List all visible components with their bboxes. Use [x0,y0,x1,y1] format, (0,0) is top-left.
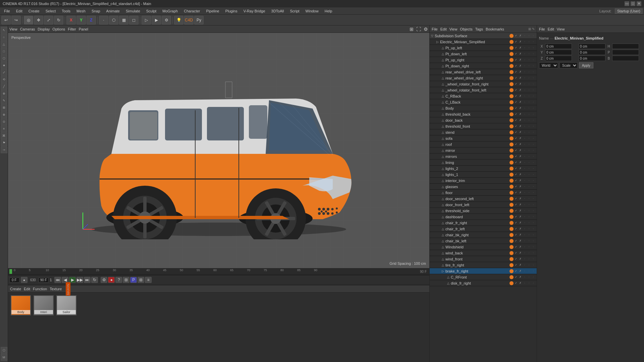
obj-dashboard[interactable]: △dashboard✓✗··· [430,214,537,220]
frame-current[interactable]: 0 F [9,278,19,283]
timeline-tool-6[interactable]: ⊞ [138,277,144,283]
p-input[interactable] [612,50,639,55]
left-tool-2[interactable]: ○ [1,34,7,41]
obj-menu-file[interactable]: File [432,27,438,31]
obj-lights-1[interactable]: △lights_1✓✗··· [430,172,537,178]
obj-disk-fr-right[interactable]: △disk_fr_right✓✗··· [430,280,537,286]
obj-chair-bk-right[interactable]: △chair_bk_right✓✗··· [430,232,537,238]
viewport-settings[interactable]: ⚙ [424,26,428,32]
menu-file[interactable]: File [1,8,13,14]
loop-button[interactable]: ↻ [91,277,98,283]
obj-chair-bk-left[interactable]: △chair_bk_left✓✗··· [430,238,537,244]
obj-brake-fr-right[interactable]: ▷brake_fr_right✓✗··· [430,268,537,274]
left-tool-18[interactable]: ⊸ [1,146,7,153]
left-tool-14[interactable]: ⊙ [1,118,7,125]
menu-vray[interactable]: V-Ray Bridge [241,8,268,14]
menu-help[interactable]: Help [322,8,335,14]
obj-glasses[interactable]: △glasses✓✗··· [430,184,537,190]
obj-threshold-back[interactable]: △threshold_back✓✗··· [430,111,537,117]
left-tool-16[interactable]: ⌘ [1,132,7,139]
redo-button[interactable]: ↪ [11,16,21,24]
menu-edit[interactable]: Edit [13,8,25,14]
object-mode[interactable]: ◻ [129,16,139,24]
menu-tools[interactable]: Tools [59,8,73,14]
y-pos-input-2[interactable] [545,50,572,55]
undo-button[interactable]: ↩ [1,16,11,24]
obj-stend[interactable]: △stend✓✗··· [430,129,537,135]
obj-tire-fr-right[interactable]: △tire_fr_right✓✗··· [430,262,537,268]
y-pos-input[interactable] [579,44,605,49]
obj-pt-up-left[interactable]: △Pt_up_left✓✗··· [430,45,537,51]
obj-threshold-side[interactable]: △threshold_side✓✗··· [430,208,537,214]
z-axis-button[interactable]: Z [87,16,96,24]
left-tool-19[interactable]: ⬡ [1,347,7,354]
obj-menu-tags[interactable]: Tags [475,27,483,31]
viewport-menu-filter[interactable]: Filter [68,27,76,31]
obj-menu-edit[interactable]: Edit [440,27,447,31]
left-tool-20[interactable]: M [1,354,7,361]
obj-pt-down-left[interactable]: △Pt_down_left✓✗··· [430,51,537,57]
menu-3dtoall[interactable]: 3DToAll [269,8,287,14]
left-tool-8[interactable]: ⟲ [1,76,7,83]
left-tool-17[interactable]: ⚑ [1,139,7,146]
left-tool-15[interactable]: ≡ [1,125,7,132]
obj-wheel-rotator-front-right[interactable]: △_wheel_rotator_front_right✓✗··· [430,81,537,87]
timeline-tool-4[interactable]: ⊞ [123,277,129,283]
obj-c-rfront[interactable]: △C_RFront✓✗··· [430,274,537,280]
viewport-menu-display[interactable]: Display [38,27,50,31]
layout-value[interactable]: Startup (User) [615,8,643,14]
render-settings-button[interactable]: ⚙ [162,16,171,24]
menu-plugins[interactable]: Plugins [223,8,240,14]
menu-mesh[interactable]: Mesh [74,8,88,14]
minimize-button[interactable]: — [625,1,629,6]
viewport-menu-view[interactable]: View [9,27,17,31]
obj-pt-up-right[interactable]: △Pt_up_right✓✗··· [430,57,537,63]
obj-chair-fr-right[interactable]: △chair_fr_right✓✗··· [430,220,537,226]
viewport-menu-cameras[interactable]: Cameras [20,27,35,31]
mat-tab-function[interactable]: Function [33,287,47,291]
obj-menu-view[interactable]: View [449,27,458,31]
obj-threshold-front[interactable]: △threshold_front✓✗··· [430,123,537,129]
menu-script[interactable]: Script [287,8,302,14]
obj-interior-trim[interactable]: △interior_trim✓✗··· [430,178,537,184]
goto-start[interactable]: ⏮ [54,277,61,283]
z-pos-input[interactable] [545,56,572,61]
attr-menu-edit[interactable]: Edit [548,27,554,31]
viewport-menu-panel[interactable]: Panel [79,27,88,31]
left-tool-3[interactable]: △ [1,41,7,48]
viewport-maximize[interactable]: ⊞ [410,26,414,32]
left-tool-10[interactable]: ⊕ [1,90,7,97]
obj-c-lback[interactable]: △C_LBack✓✗··· [430,99,537,105]
x-axis-button[interactable]: X [66,16,76,24]
timeline-playhead[interactable] [9,269,12,274]
obj-mirror[interactable]: △mirror✓✗··· [430,147,537,154]
material-interior[interactable]: Interi [34,295,54,315]
next-frame[interactable]: ▶▶ [76,277,83,283]
scale-tool-button[interactable]: ⤢ [44,16,53,24]
menu-snap[interactable]: Snap [89,8,103,14]
material-body[interactable]: Body [11,295,31,315]
obj-subdiv-surface[interactable]: ▽ Subdivision Surface ✓ ✗ · · · [430,33,537,39]
h-input[interactable] [612,44,639,49]
obj-mirrors[interactable]: △mirrors✓✗··· [430,154,537,160]
mat-tab-edit[interactable]: Edit [24,287,30,291]
scale-select[interactable]: Scale [559,62,578,68]
viewport-menu-options[interactable]: Options [52,27,65,31]
obj-lining[interactable]: △lining✓✗··· [430,160,537,166]
edges-mode[interactable]: ⬡ [109,16,118,24]
left-tool-4[interactable]: □ [1,48,7,55]
menu-pipeline[interactable]: Pipeline [204,8,222,14]
python-button[interactable]: Py [194,16,204,24]
obj-door-second-left[interactable]: △door_second_left✓✗··· [430,196,537,202]
y-axis-button[interactable]: Y [76,16,86,24]
obj-floor[interactable]: △floor✓✗··· [430,190,537,196]
obj-minivan-group[interactable]: ▷ Electric_Minivan_Simplified ✓ ✗ · · · [430,39,537,45]
menu-mograph[interactable]: MoGraph [160,8,180,14]
menu-create[interactable]: Create [26,8,42,14]
left-tool-6[interactable]: ★ [1,62,7,69]
obj-windshield[interactable]: △Windshield✓✗··· [430,244,537,250]
timeline-tool-7[interactable]: ≡ [145,277,152,283]
left-tool-1[interactable]: ↖ [1,27,7,34]
menu-window[interactable]: Window [303,8,321,14]
mat-tab-create[interactable]: Create [10,287,21,291]
